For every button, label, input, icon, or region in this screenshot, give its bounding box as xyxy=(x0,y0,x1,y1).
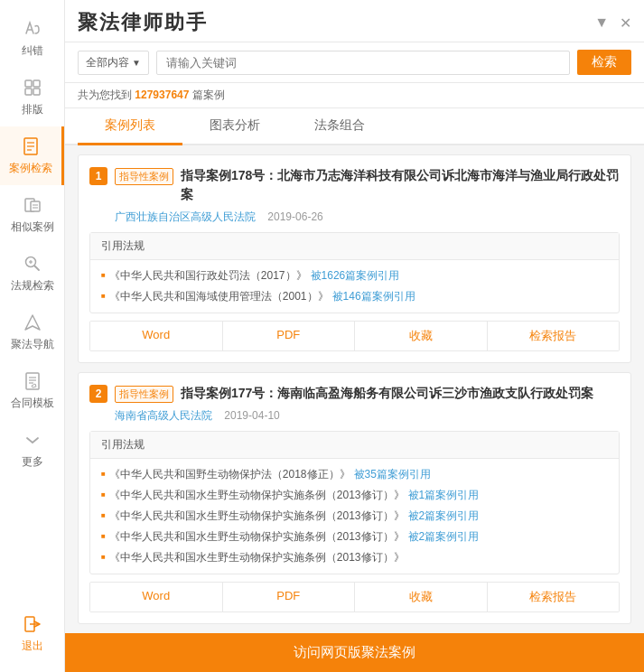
svg-rect-0 xyxy=(25,80,32,87)
action-report-1[interactable]: 检索报告 xyxy=(488,322,620,350)
sidebar: 纠错 排版 案例检索 xyxy=(0,0,65,672)
case-2-header: 2 指导性案例 指导案例177号：海南临高盈海船务有限公司诉三沙市渔政支队行政处… xyxy=(89,384,620,403)
bottom-bar[interactable]: 访问网页版聚法案例 xyxy=(65,633,644,672)
sidebar-item-layout[interactable]: 排版 xyxy=(0,68,64,126)
sidebar-item-exit[interactable]: 退出 xyxy=(0,604,64,663)
contract-icon xyxy=(22,370,43,392)
action-report-2[interactable]: 检索报告 xyxy=(488,583,620,611)
minimize-button[interactable]: ▼ xyxy=(594,14,609,31)
tabs-bar: 案例列表 图表分析 法条组合 xyxy=(65,108,644,145)
law-item: 《中华人民共和国水生野生动物保护实施条例（2013修订）》 被2篇案例引用 xyxy=(101,527,608,547)
case-2-date: 2019-04-10 xyxy=(224,409,279,422)
law-item: 《中华人民共和国海域使用管理法（2001）》 被146篇案例引用 xyxy=(101,286,608,307)
law-cite: 被2篇案例引用 xyxy=(408,509,480,524)
law-item: 《中华人民共和国野生动物保护法（2018修正）》 被35篇案例引用 xyxy=(101,464,608,485)
sidebar-label-navigation: 聚法导航 xyxy=(11,337,54,352)
action-save-1[interactable]: 收藏 xyxy=(355,322,488,350)
law-text: 《中华人民共和国水生野生动物保护实施条例（2013修订）》 xyxy=(109,550,405,565)
case-2-actions: Word PDF 收藏 检索报告 xyxy=(89,582,620,612)
sidebar-label-law-search: 法规检索 xyxy=(11,278,54,294)
case-1-title: 指导案例178号：北海市乃志海洋科技有限公司诉北海市海洋与渔业局行政处罚案 xyxy=(181,166,620,204)
case-1-meta: 广西壮族自治区高级人民法院 2019-06-26 xyxy=(115,210,620,225)
search-type-label: 全部内容 xyxy=(86,55,129,70)
case-2-court: 海南省高级人民法院 xyxy=(115,409,212,422)
action-word-1[interactable]: Word xyxy=(90,322,223,350)
action-pdf-2[interactable]: PDF xyxy=(223,583,356,611)
case-2-number: 2 xyxy=(89,385,107,403)
case-card-1: 1 指导性案例 指导案例178号：北海市乃志海洋科技有限公司诉北海市海洋与渔业局… xyxy=(78,154,631,363)
main-panel: 聚法律师助手 ▼ ✕ 全部内容 ▼ 检索 共为您找到 127937647 篇案例… xyxy=(65,0,644,672)
search-button[interactable]: 检索 xyxy=(577,50,631,75)
action-save-2[interactable]: 收藏 xyxy=(355,583,488,611)
case-2-badge: 指导性案例 xyxy=(115,386,173,403)
sidebar-item-correction[interactable]: 纠错 xyxy=(0,9,64,68)
sidebar-item-case-search[interactable]: 案例检索 xyxy=(0,126,64,185)
search-area: 全部内容 ▼ 检索 xyxy=(65,42,644,83)
sidebar-item-more[interactable]: 更多 xyxy=(0,420,64,479)
action-pdf-1[interactable]: PDF xyxy=(223,322,356,350)
action-word-2[interactable]: Word xyxy=(90,583,223,611)
tab-chart-analysis[interactable]: 图表分析 xyxy=(182,108,287,145)
more-icon xyxy=(22,429,43,451)
svg-rect-3 xyxy=(33,89,40,95)
law-text: 《中华人民共和国水生野生动物保护实施条例（2013修订）》 xyxy=(109,488,405,503)
similar-cases-icon xyxy=(22,194,43,216)
case-1-actions: Word PDF 收藏 检索报告 xyxy=(89,321,620,351)
law-text: 《中华人民共和国野生动物保护法（2018修正）》 xyxy=(109,467,350,482)
law-cite: 被1626篇案例引用 xyxy=(311,268,400,284)
title-controls: ▼ ✕ xyxy=(594,14,631,32)
case-1-law-items: 《中华人民共和国行政处罚法（2017）》 被1626篇案例引用 《中华人民共和国… xyxy=(90,260,619,313)
sidebar-label-more: 更多 xyxy=(22,454,43,470)
svg-rect-1 xyxy=(33,80,40,87)
svg-rect-9 xyxy=(31,201,40,211)
law-text: 《中华人民共和国水生野生动物保护实施条例（2013修订）》 xyxy=(109,529,405,545)
tab-case-list[interactable]: 案例列表 xyxy=(78,108,182,145)
law-text: 《中华人民共和国水生野生动物保护实施条例（2013修订）》 xyxy=(109,509,405,524)
sidebar-label-case-search: 案例检索 xyxy=(9,161,52,176)
layout-icon xyxy=(22,77,43,98)
law-cite: 被146篇案例引用 xyxy=(332,289,415,304)
svg-rect-2 xyxy=(25,89,32,95)
sidebar-item-contract[interactable]: 合同模板 xyxy=(0,361,64,420)
result-number: 127937647 xyxy=(135,89,189,101)
case-2-law-items: 《中华人民共和国野生动物保护法（2018修正）》 被35篇案例引用 《中华人民共… xyxy=(90,459,619,574)
law-item: 《中华人民共和国水生野生动物保护实施条例（2013修订）》 被2篇案例引用 xyxy=(101,506,608,527)
law-search-icon xyxy=(22,253,43,275)
case-1-header: 1 指导性案例 指导案例178号：北海市乃志海洋科技有限公司诉北海市海洋与渔业局… xyxy=(89,166,620,204)
sidebar-item-navigation[interactable]: 聚法导航 xyxy=(0,303,64,361)
law-cite: 被2篇案例引用 xyxy=(408,529,480,545)
sidebar-item-law-search[interactable]: 法规检索 xyxy=(0,244,64,303)
case-1-badge: 指导性案例 xyxy=(115,168,173,185)
case-2-law-header[interactable]: 引用法规 xyxy=(90,432,619,459)
navigation-icon xyxy=(22,312,43,333)
content-area: 1 指导性案例 指导案例178号：北海市乃志海洋科技有限公司诉北海市海洋与渔业局… xyxy=(65,145,644,633)
law-item: 《中华人民共和国水生野生动物保护实施条例（2013修订）》 xyxy=(101,547,608,568)
sidebar-label-contract: 合同模板 xyxy=(11,396,54,411)
law-cite: 被35篇案例引用 xyxy=(354,467,431,482)
sidebar-label-similar: 相似案例 xyxy=(11,219,54,235)
tab-law-combo[interactable]: 法条组合 xyxy=(287,108,392,145)
law-text: 《中华人民共和国海域使用管理法（2001）》 xyxy=(109,289,329,304)
sidebar-label-layout: 排版 xyxy=(22,102,43,117)
svg-line-13 xyxy=(34,266,39,271)
result-count: 共为您找到 127937647 篇案例 xyxy=(65,83,644,108)
case-2-title: 指导案例177号：海南临高盈海船务有限公司诉三沙市渔政支队行政处罚案 xyxy=(181,384,593,403)
case-2-law-section: 引用法规 《中华人民共和国野生动物保护法（2018修正）》 被35篇案例引用 《… xyxy=(89,431,620,574)
case-1-law-header[interactable]: 引用法规 xyxy=(90,233,619,260)
case-card-2: 2 指导性案例 指导案例177号：海南临高盈海船务有限公司诉三沙市渔政支队行政处… xyxy=(78,372,631,624)
sidebar-item-similar-cases[interactable]: 相似案例 xyxy=(0,185,64,244)
law-text: 《中华人民共和国行政处罚法（2017）》 xyxy=(109,268,307,284)
close-button[interactable]: ✕ xyxy=(620,14,631,32)
exit-icon xyxy=(22,613,43,635)
case-search-icon xyxy=(20,135,42,157)
result-suffix: 篇案例 xyxy=(189,89,224,101)
title-bar: 聚法律师助手 ▼ ✕ xyxy=(65,0,644,42)
law-cite: 被1篇案例引用 xyxy=(408,488,480,503)
case-1-court: 广西壮族自治区高级人民法院 xyxy=(115,210,256,223)
case-1-law-section: 引用法规 《中华人民共和国行政处罚法（2017）》 被1626篇案例引用 《中华… xyxy=(89,232,620,313)
search-input[interactable] xyxy=(156,51,570,75)
search-type-button[interactable]: 全部内容 ▼ xyxy=(78,51,149,75)
sidebar-exit-label: 退出 xyxy=(22,639,43,654)
app-title: 聚法律师助手 xyxy=(78,9,208,36)
result-prefix: 共为您找到 xyxy=(78,89,135,101)
